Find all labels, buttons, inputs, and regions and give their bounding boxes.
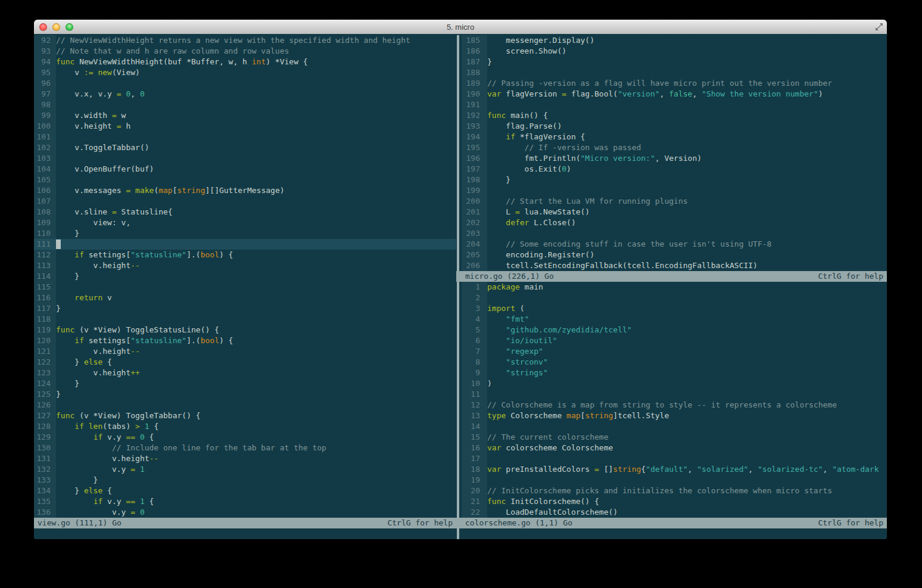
code-line: 129 if v.y == 0 { — [34, 432, 456, 443]
line-number: 97 — [34, 89, 56, 99]
code-line: 15// The current colorscheme — [462, 432, 887, 443]
code-line: 189// Passing -version as a flag will ha… — [462, 78, 887, 89]
code-line: 120 if settings["statusline"].(bool) { — [34, 335, 456, 346]
minimize-button[interactable] — [52, 23, 60, 31]
code-line: 197 os.Exit(0) — [462, 164, 887, 175]
statusline-micro-go: micro.go (226,1) Go CtrlG for help — [456, 271, 887, 282]
code-line: 101 — [34, 132, 456, 142]
code-line: 116 return v — [34, 293, 456, 303]
pane-micro-go[interactable]: 185 messenger.Display()186 screen.Show()… — [462, 35, 887, 282]
code-line: 117} — [34, 303, 456, 314]
line-number: 114 — [34, 271, 56, 282]
code-line: 195 // If -version was passed — [462, 142, 887, 153]
line-number: 134 — [34, 486, 56, 496]
code-line: 9 "strings" — [462, 368, 887, 378]
resize-icon[interactable] — [876, 23, 883, 32]
pane-colorscheme-go[interactable]: 1package main23import (4 "fmt"5 "github.… — [462, 282, 887, 528]
code-buffer-view-go[interactable]: 92// NewViewWidthHeight returns a new vi… — [34, 35, 456, 518]
line-number: 20 — [462, 486, 487, 496]
code-line: 199 — [462, 185, 887, 196]
code-line: 122 } else { — [34, 357, 456, 368]
line-number: 128 — [34, 421, 56, 432]
code-line: 191 — [462, 99, 887, 110]
line-number: 206 — [462, 260, 487, 271]
line-number: 98 — [34, 99, 56, 110]
statusline-file-info: micro.go (226,1) Go — [465, 271, 554, 282]
code-line: 198 } — [462, 175, 887, 185]
window-title: 5. micro — [447, 23, 474, 32]
line-number: 10 — [462, 378, 487, 389]
code-line: 123 v.height++ — [34, 368, 456, 378]
line-number: 193 — [462, 121, 487, 132]
line-number: 13 — [462, 410, 487, 421]
code-line: 20// InitColorscheme picks and initializ… — [462, 486, 887, 496]
code-line: 127func (v *View) ToggleTabbar() { — [34, 410, 456, 421]
line-number: 17 — [462, 453, 487, 464]
line-number: 14 — [462, 421, 487, 432]
line-number: 199 — [462, 185, 487, 196]
line-number: 132 — [34, 464, 56, 475]
line-number: 2 — [462, 293, 487, 303]
code-line: 5 "github.com/zyedidia/tcell" — [462, 325, 887, 335]
line-number: 189 — [462, 78, 487, 89]
line-number: 92 — [34, 35, 56, 46]
code-line: 135 if v.y == 1 { — [34, 496, 456, 507]
line-number: 95 — [34, 67, 56, 78]
code-line: 102 v.ToggleTabbar() — [34, 142, 456, 153]
code-line: 95 v := new(View) — [34, 67, 456, 78]
code-line: 125} — [34, 389, 456, 400]
code-line: 17 — [462, 453, 887, 464]
line-number: 102 — [34, 142, 56, 153]
line-number: 9 — [462, 368, 487, 378]
line-number: 185 — [462, 35, 487, 46]
line-number: 103 — [34, 153, 56, 164]
close-button[interactable] — [39, 23, 47, 31]
code-buffer-micro-go[interactable]: 185 messenger.Display()186 screen.Show()… — [462, 35, 887, 271]
code-buffer-colorscheme-go[interactable]: 1package main23import (4 "fmt"5 "github.… — [462, 282, 887, 518]
code-line: 107 — [34, 196, 456, 207]
statusline-file-info: colorscheme.go (1,1) Go — [465, 518, 572, 528]
micro-editor: 92// NewViewWidthHeight returns a new vi… — [34, 34, 887, 539]
code-line: 192func main() { — [462, 110, 887, 121]
line-number: 131 — [34, 453, 56, 464]
code-line: 105 — [34, 175, 456, 185]
title-bar[interactable]: 5. micro — [34, 20, 887, 35]
line-number: 8 — [462, 357, 487, 368]
zoom-button[interactable] — [66, 23, 73, 31]
line-number: 105 — [34, 175, 56, 185]
code-line: 109 view: v, — [34, 217, 456, 228]
pane-view-go[interactable]: 92// NewViewWidthHeight returns a new vi… — [34, 35, 456, 539]
line-number: 22 — [462, 507, 487, 518]
code-line: 110 } — [34, 228, 456, 239]
statusline-help-hint: CtrlG for help — [818, 518, 883, 528]
line-number: 123 — [34, 368, 56, 378]
line-number: 106 — [34, 185, 56, 196]
code-line: 98 — [34, 99, 456, 110]
code-line: 16var colorscheme Colorscheme — [462, 443, 887, 453]
line-number: 124 — [34, 378, 56, 389]
code-line: 3import ( — [462, 303, 887, 314]
code-line: 8 "strconv" — [462, 357, 887, 368]
line-number: 110 — [34, 228, 56, 239]
code-line: 103 — [34, 153, 456, 164]
line-number: 202 — [462, 217, 487, 228]
line-number: 3 — [462, 303, 487, 314]
code-line: 126 — [34, 400, 456, 410]
code-line: 21func InitColorscheme() { — [462, 496, 887, 507]
code-line: 106 v.messages = make(map[string][]Gutte… — [34, 185, 456, 196]
code-line: 134 } else { — [34, 486, 456, 496]
code-line: 132 v.y = 1 — [34, 464, 456, 475]
text-cursor — [56, 239, 61, 249]
line-number: 111 — [34, 239, 56, 250]
line-number: 119 — [34, 325, 56, 335]
code-line: 11 — [462, 389, 887, 400]
line-number: 190 — [462, 89, 487, 99]
line-number: 94 — [34, 57, 56, 67]
code-line: 185 messenger.Display() — [462, 35, 887, 46]
code-line: 203 — [462, 228, 887, 239]
statusline-help-hint: CtrlG for help — [818, 271, 883, 282]
code-line: 112 if settings["statusline"].(bool) { — [34, 250, 456, 260]
line-number: 186 — [462, 46, 487, 57]
line-number: 205 — [462, 250, 487, 260]
code-line: 4 "fmt" — [462, 314, 887, 325]
